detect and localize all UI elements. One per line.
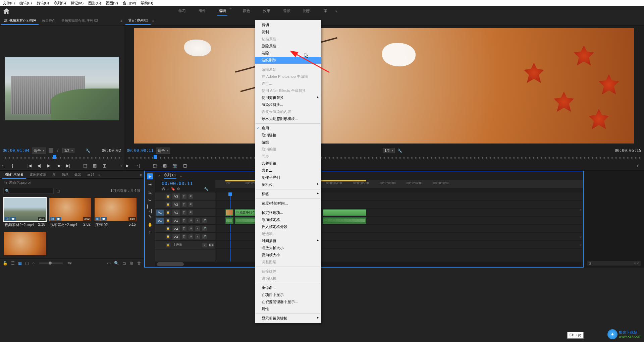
sort-menu-icon[interactable]: ≡▾ (67, 261, 72, 266)
program-zoom-dropdown[interactable]: 1/2▾ (383, 148, 394, 153)
step-back-icon[interactable]: ◀| (36, 163, 42, 168)
snap-icon[interactable]: ⁂ (162, 187, 165, 191)
source-scrubber[interactable] (3, 155, 121, 161)
menu-item[interactable]: 剪辑(C) (37, 1, 49, 6)
close-panel-icon[interactable]: × (158, 174, 160, 178)
panel-overflow-icon[interactable]: » (140, 173, 142, 177)
toggle-visibility-icon[interactable]: 👁 (189, 194, 193, 199)
context-menu-item[interactable]: 嵌套... (255, 167, 321, 174)
lift-icon[interactable]: ⬚ (152, 163, 158, 168)
play-icon[interactable]: ▶ (124, 163, 130, 168)
mute-icon[interactable]: M (189, 226, 193, 231)
track-target[interactable]: A3 (172, 234, 180, 240)
menu-item[interactable]: 标记(M) (71, 1, 84, 6)
button-editor-icon[interactable]: ＋ (118, 163, 124, 168)
track-target[interactable]: V2 (172, 202, 180, 208)
mute-icon[interactable]: M (189, 218, 193, 223)
timeline-horizontal-scrollbar[interactable] (157, 262, 581, 266)
go-to-out-icon[interactable]: ▶| (65, 163, 71, 168)
source-patch[interactable]: V1 (156, 210, 164, 216)
menu-item[interactable]: 窗口(W) (123, 1, 136, 6)
lock-track-icon[interactable]: 🔒 (166, 210, 170, 215)
workspace-tab[interactable]: 库 (322, 6, 328, 16)
context-menu-item[interactable]: 在资源管理器中显示... (255, 298, 321, 305)
wrench-icon[interactable]: 🔧 (397, 149, 402, 153)
solo-icon[interactable]: S (195, 226, 200, 231)
context-menu-item[interactable]: 编组 (255, 139, 321, 146)
source-monitor[interactable] (0, 25, 124, 146)
settings-icon[interactable]: ⚙ (177, 187, 180, 191)
wrench-icon[interactable]: 🔧 (204, 187, 209, 191)
program-monitor[interactable] (134, 28, 634, 144)
sequence-name-tab[interactable]: 序列 02 (164, 173, 176, 179)
project-tab[interactable]: 项目: 未命名 (2, 171, 26, 179)
project-tab[interactable]: 效果 (72, 171, 84, 178)
project-tab[interactable]: 媒体浏览器 (27, 171, 49, 178)
menu-item[interactable]: 文件(F) (3, 1, 15, 6)
context-menu-item[interactable]: 导出为动态图形模板... (255, 115, 321, 122)
source-zoom-dropdown[interactable]: 1/2▾ (62, 148, 74, 153)
scrollbar-thumb[interactable] (157, 262, 184, 266)
find-icon[interactable]: 🔍 (114, 261, 119, 266)
slip-tool-icon[interactable]: |↔| (147, 206, 153, 212)
context-menu-item[interactable]: 速度/持续时间... (255, 200, 321, 207)
video-track-header[interactable]: 🔒V3日👁 (155, 192, 215, 201)
track-select-tool-icon[interactable]: ⇥ (147, 181, 153, 187)
program-timecode-left[interactable]: 00:00:00:11 (127, 148, 153, 153)
track-target[interactable]: A2 (172, 226, 180, 232)
source-fit-dropdown[interactable]: 适合▾ (32, 148, 46, 154)
toggle-track-output-icon[interactable]: 日 (182, 202, 186, 207)
workspace-tab[interactable]: 图形 (302, 6, 312, 16)
freeform-view-icon[interactable]: ◫ (25, 261, 29, 266)
context-menu-item[interactable]: 取消链接 (255, 132, 321, 139)
project-path-label[interactable]: 未命名.prproj (9, 180, 31, 185)
voice-over-icon[interactable]: 🎤 (202, 226, 207, 231)
audio-track-header[interactable]: 🔒A2日MS🎤 (155, 225, 215, 233)
automate-to-sequence-icon[interactable]: ▭ (107, 261, 111, 266)
project-search-input[interactable]: 🔍 (3, 188, 54, 194)
ripple-edit-tool-icon[interactable]: ⇆ (147, 189, 153, 195)
new-bin-icon[interactable]: 🗀 (122, 261, 126, 266)
workspace-tab[interactable]: 音频 (282, 6, 292, 16)
linked-selection-icon[interactable]: ∩ (167, 187, 169, 191)
toggle-track-output-icon[interactable]: 日 (182, 210, 186, 215)
audio-track-header[interactable]: 🔒A3日MS🎤 (155, 233, 215, 241)
workspace-tab[interactable]: 编辑 (217, 6, 227, 16)
type-tool-icon[interactable]: T (147, 230, 153, 236)
mark-out-icon[interactable]: } (10, 163, 15, 168)
source-playhead[interactable] (53, 155, 56, 159)
project-tab[interactable]: 标记 (85, 171, 97, 178)
extract-icon[interactable]: ▦ (162, 163, 168, 168)
voice-over-icon[interactable]: 🎤 (202, 218, 207, 223)
source-timecode-left[interactable]: 00:00:01:04 (3, 148, 29, 153)
step-forward-icon[interactable]: →| (134, 163, 140, 168)
writable-toggle-icon[interactable]: 🔓 (3, 261, 8, 266)
context-menu-item[interactable]: 多机位 (255, 181, 321, 188)
workspace-tab[interactable]: 效果 (262, 6, 272, 16)
program-tab[interactable]: 节目: 序列 02 (125, 17, 151, 25)
context-menu-item[interactable]: 启用 (255, 125, 321, 132)
audio-track-header[interactable]: A1🔒A1日MS🎤 (155, 217, 215, 225)
context-menu-item[interactable]: 缩放为帧大小 (255, 244, 321, 251)
menu-item[interactable]: 帮助(H) (141, 1, 153, 6)
context-menu-item[interactable]: 清除 (255, 50, 321, 57)
context-menu-item[interactable]: 渲染和替换... (255, 101, 321, 108)
timeline-timecode[interactable]: 00:00:00:11 (162, 181, 212, 186)
toggle-visibility-icon[interactable]: 👁 (189, 202, 193, 207)
track-target[interactable]: V1 (172, 210, 180, 216)
program-scrubber[interactable] (127, 155, 641, 161)
source-patch[interactable]: A1 (156, 218, 164, 224)
project-item[interactable] (4, 232, 46, 255)
project-tab[interactable]: 库 (50, 171, 58, 178)
toggle-track-output-icon[interactable]: 日 (182, 218, 186, 223)
workspace-menu-icon[interactable]: ≡ (229, 6, 231, 16)
context-menu-item[interactable]: 剪切 (255, 21, 321, 28)
project-item[interactable]: ▯▯◀▶2:18视频素材2~2.mp42:18 (4, 198, 46, 228)
panel-menu-icon[interactable]: » (99, 173, 101, 177)
delete-icon[interactable]: 🗑 (137, 261, 141, 266)
new-item-icon[interactable]: 🗎 (130, 261, 134, 266)
video-track-header[interactable]: 🔒V2日👁 (155, 201, 215, 209)
solo-icon[interactable]: S (195, 234, 200, 239)
audio-mixer-tab[interactable]: 音频剪辑混合器: 序列 02 (59, 17, 101, 24)
video-track-header[interactable]: V1🔒V1日👁 (155, 209, 215, 217)
